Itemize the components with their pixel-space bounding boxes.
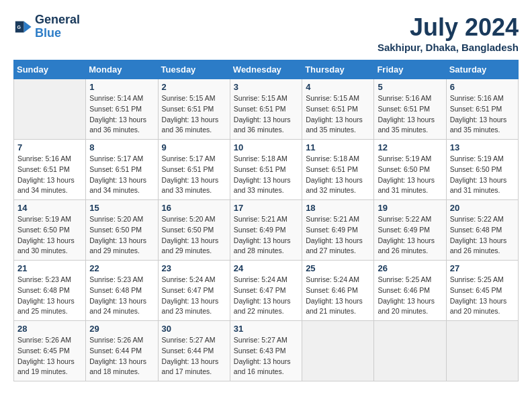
day-cell: 25 Sunrise: 5:24 AM Sunset: 6:46 PM Dayl…: [302, 261, 374, 321]
day-info: Sunrise: 5:20 AM Sunset: 6:50 PM Dayligh…: [162, 214, 226, 257]
day-cell: [446, 321, 518, 381]
day-cell: 20 Sunrise: 5:22 AM Sunset: 6:48 PM Dayl…: [446, 200, 518, 261]
day-number: 14: [17, 203, 82, 213]
day-info: Sunrise: 5:17 AM Sunset: 6:51 PM Dayligh…: [162, 154, 226, 196]
day-number: 26: [378, 263, 442, 273]
day-number: 10: [234, 142, 298, 152]
day-info: Sunrise: 5:21 AM Sunset: 6:49 PM Dayligh…: [234, 214, 298, 257]
day-number: 4: [306, 82, 370, 92]
logo: G General Blue: [13, 13, 80, 40]
day-info: Sunrise: 5:17 AM Sunset: 6:51 PM Dayligh…: [89, 154, 154, 196]
day-cell: 14 Sunrise: 5:19 AM Sunset: 6:50 PM Dayl…: [14, 200, 86, 261]
day-cell: 27 Sunrise: 5:25 AM Sunset: 6:45 PM Dayl…: [446, 261, 518, 321]
col-tuesday: Tuesday: [158, 60, 230, 79]
day-info: Sunrise: 5:14 AM Sunset: 6:51 PM Dayligh…: [89, 93, 154, 136]
day-info: Sunrise: 5:15 AM Sunset: 6:51 PM Dayligh…: [234, 93, 298, 136]
day-info: Sunrise: 5:22 AM Sunset: 6:48 PM Dayligh…: [450, 214, 515, 257]
col-saturday: Saturday: [446, 60, 518, 79]
day-info: Sunrise: 5:19 AM Sunset: 6:50 PM Dayligh…: [17, 214, 82, 257]
day-number: 25: [306, 263, 370, 273]
day-cell: [14, 79, 86, 140]
day-number: 18: [306, 203, 370, 213]
day-number: 8: [89, 142, 154, 152]
day-number: 12: [378, 142, 442, 152]
day-info: Sunrise: 5:18 AM Sunset: 6:51 PM Dayligh…: [234, 154, 298, 196]
title-block: July 2024 Sakhipur, Dhaka, Bangladesh: [378, 13, 519, 53]
day-cell: 19 Sunrise: 5:22 AM Sunset: 6:49 PM Dayl…: [374, 200, 446, 261]
day-info: Sunrise: 5:16 AM Sunset: 6:51 PM Dayligh…: [17, 154, 82, 196]
day-info: Sunrise: 5:26 AM Sunset: 6:44 PM Dayligh…: [89, 335, 154, 377]
week-row-3: 14 Sunrise: 5:19 AM Sunset: 6:50 PM Dayl…: [14, 200, 519, 261]
location: Sakhipur, Dhaka, Bangladesh: [378, 42, 519, 53]
day-cell: 4 Sunrise: 5:15 AM Sunset: 6:51 PM Dayli…: [302, 79, 374, 140]
day-info: Sunrise: 5:19 AM Sunset: 6:50 PM Dayligh…: [378, 154, 442, 196]
week-row-2: 7 Sunrise: 5:16 AM Sunset: 6:51 PM Dayli…: [14, 140, 519, 200]
day-cell: 22 Sunrise: 5:23 AM Sunset: 6:48 PM Dayl…: [86, 261, 158, 321]
logo-line1: General: [35, 13, 80, 27]
day-info: Sunrise: 5:27 AM Sunset: 6:44 PM Dayligh…: [162, 335, 226, 377]
day-cell: [302, 321, 374, 381]
day-number: 15: [89, 203, 154, 213]
calendar-header: Sunday Monday Tuesday Wednesday Thursday…: [14, 60, 519, 79]
day-cell: 1 Sunrise: 5:14 AM Sunset: 6:51 PM Dayli…: [86, 79, 158, 140]
day-info: Sunrise: 5:18 AM Sunset: 6:51 PM Dayligh…: [306, 154, 370, 196]
day-number: 28: [17, 324, 82, 334]
day-number: 30: [162, 324, 226, 334]
day-number: 23: [162, 263, 226, 273]
day-cell: 7 Sunrise: 5:16 AM Sunset: 6:51 PM Dayli…: [14, 140, 86, 200]
day-cell: 15 Sunrise: 5:20 AM Sunset: 6:50 PM Dayl…: [86, 200, 158, 261]
day-info: Sunrise: 5:27 AM Sunset: 6:43 PM Dayligh…: [234, 335, 298, 377]
day-info: Sunrise: 5:24 AM Sunset: 6:47 PM Dayligh…: [234, 275, 298, 317]
calendar-body: 1 Sunrise: 5:14 AM Sunset: 6:51 PM Dayli…: [14, 79, 519, 381]
day-cell: 24 Sunrise: 5:24 AM Sunset: 6:47 PM Dayl…: [230, 261, 302, 321]
day-cell: 3 Sunrise: 5:15 AM Sunset: 6:51 PM Dayli…: [230, 79, 302, 140]
day-info: Sunrise: 5:23 AM Sunset: 6:48 PM Dayligh…: [89, 275, 154, 317]
day-number: 3: [234, 82, 298, 92]
day-number: 9: [162, 142, 226, 152]
day-number: 5: [378, 82, 442, 92]
day-cell: 9 Sunrise: 5:17 AM Sunset: 6:51 PM Dayli…: [158, 140, 230, 200]
day-number: 17: [234, 203, 298, 213]
day-cell: 8 Sunrise: 5:17 AM Sunset: 6:51 PM Dayli…: [86, 140, 158, 200]
day-cell: 16 Sunrise: 5:20 AM Sunset: 6:50 PM Dayl…: [158, 200, 230, 261]
day-number: 7: [17, 142, 82, 152]
logo-text: General Blue: [35, 13, 80, 40]
day-number: 11: [306, 142, 370, 152]
day-number: 27: [450, 263, 515, 273]
day-number: 21: [17, 263, 82, 273]
day-cell: 18 Sunrise: 5:21 AM Sunset: 6:49 PM Dayl…: [302, 200, 374, 261]
day-info: Sunrise: 5:15 AM Sunset: 6:51 PM Dayligh…: [162, 93, 226, 136]
day-cell: 6 Sunrise: 5:16 AM Sunset: 6:51 PM Dayli…: [446, 79, 518, 140]
day-cell: 29 Sunrise: 5:26 AM Sunset: 6:44 PM Dayl…: [86, 321, 158, 381]
day-cell: 11 Sunrise: 5:18 AM Sunset: 6:51 PM Dayl…: [302, 140, 374, 200]
day-number: 20: [450, 203, 515, 213]
day-number: 22: [89, 263, 154, 273]
day-info: Sunrise: 5:24 AM Sunset: 6:46 PM Dayligh…: [306, 275, 370, 317]
col-thursday: Thursday: [302, 60, 374, 79]
day-info: Sunrise: 5:21 AM Sunset: 6:49 PM Dayligh…: [306, 214, 370, 257]
day-info: Sunrise: 5:25 AM Sunset: 6:46 PM Dayligh…: [378, 275, 442, 317]
day-cell: 10 Sunrise: 5:18 AM Sunset: 6:51 PM Dayl…: [230, 140, 302, 200]
day-number: 16: [162, 203, 226, 213]
logo-line2: Blue: [35, 27, 80, 40]
day-cell: 2 Sunrise: 5:15 AM Sunset: 6:51 PM Dayli…: [158, 79, 230, 140]
day-info: Sunrise: 5:16 AM Sunset: 6:51 PM Dayligh…: [450, 93, 515, 136]
day-info: Sunrise: 5:26 AM Sunset: 6:45 PM Dayligh…: [17, 335, 82, 377]
col-wednesday: Wednesday: [230, 60, 302, 79]
day-number: 2: [162, 82, 226, 92]
day-cell: 26 Sunrise: 5:25 AM Sunset: 6:46 PM Dayl…: [374, 261, 446, 321]
day-cell: 28 Sunrise: 5:26 AM Sunset: 6:45 PM Dayl…: [14, 321, 86, 381]
day-cell: 12 Sunrise: 5:19 AM Sunset: 6:50 PM Dayl…: [374, 140, 446, 200]
day-info: Sunrise: 5:19 AM Sunset: 6:50 PM Dayligh…: [450, 154, 515, 196]
day-cell: [374, 321, 446, 381]
week-row-1: 1 Sunrise: 5:14 AM Sunset: 6:51 PM Dayli…: [14, 79, 519, 140]
col-monday: Monday: [86, 60, 158, 79]
page-header: G General Blue July 2024 Sakhipur, Dhaka…: [13, 13, 519, 53]
month-title: July 2024: [378, 13, 519, 42]
day-info: Sunrise: 5:16 AM Sunset: 6:51 PM Dayligh…: [378, 93, 442, 136]
day-number: 29: [89, 324, 154, 334]
day-cell: 30 Sunrise: 5:27 AM Sunset: 6:44 PM Dayl…: [158, 321, 230, 381]
day-cell: 23 Sunrise: 5:24 AM Sunset: 6:47 PM Dayl…: [158, 261, 230, 321]
day-number: 6: [450, 82, 515, 92]
svg-text:G: G: [17, 25, 21, 30]
